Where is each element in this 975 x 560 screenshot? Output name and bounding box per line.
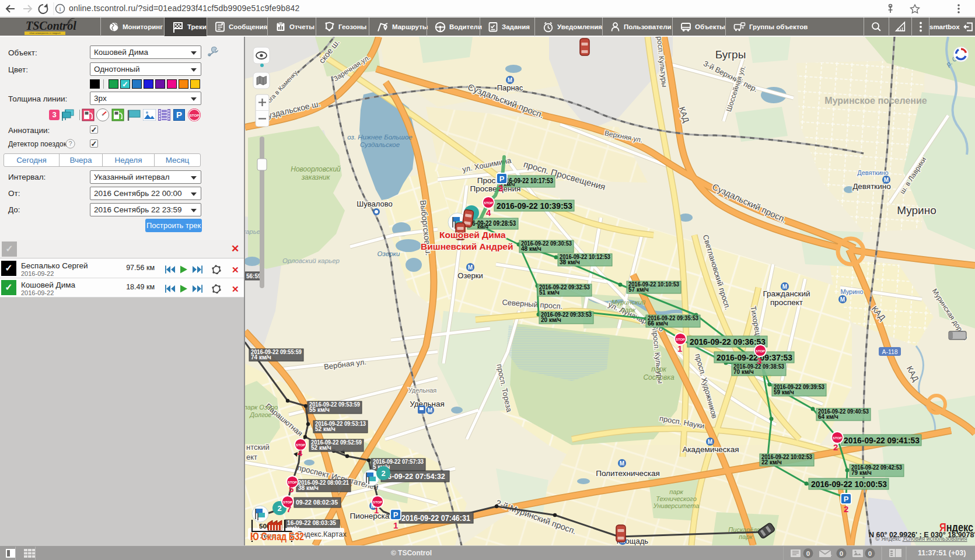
svg-text:парк: парк — [669, 488, 683, 495]
svg-text:© Яндекс Условия использования: © Яндекс Условия использования — [875, 536, 967, 542]
svg-text:5: 5 — [289, 484, 293, 494]
svg-text:66 км/ч: 66 км/ч — [648, 320, 668, 327]
svg-text:оз. Нижнее Большое: оз. Нижнее Большое — [347, 134, 412, 141]
svg-text:38 км/ч: 38 км/ч — [560, 259, 580, 265]
svg-text:0: 0 — [806, 550, 810, 557]
svg-text:М: М — [884, 177, 889, 183]
svg-text:2016-09-22 09:36:53: 2016-09-22 09:36:53 — [690, 337, 766, 346]
svg-text:09-22 08:02:35: 09-22 08:02:35 — [296, 499, 338, 506]
svg-text:Ю Склад Б32: Ю Склад Б32 — [250, 531, 304, 542]
svg-text:Технического: Технического — [656, 495, 697, 502]
svg-text:2: 2 — [844, 504, 848, 514]
svg-text:Новоорловский: Новоорловский — [291, 165, 341, 173]
svg-text:Сосновка: Сосновка — [643, 373, 675, 382]
svg-text:51 км/ч: 51 км/ч — [539, 289, 560, 296]
svg-text:парк: парк — [621, 306, 636, 313]
svg-text:парк: парк — [739, 533, 753, 540]
svg-text:парк Озеро: парк Озеро — [245, 404, 278, 411]
svg-text:км/ч: км/ч — [477, 224, 488, 230]
svg-text:2: 2 — [277, 504, 281, 513]
svg-text:М: М — [782, 284, 787, 290]
svg-text:Орловский карьер: Орловский карьер — [282, 257, 340, 264]
svg-text:52 км/ч: 52 км/ч — [315, 426, 336, 432]
svg-text:Кошовей Дима: Кошовей Дима — [439, 230, 506, 240]
svg-text:0: 0 — [840, 550, 843, 557]
svg-text:59 км/ч: 59 км/ч — [774, 389, 794, 396]
svg-text:3: 3 — [498, 183, 503, 193]
svg-text:Академическая: Академическая — [682, 445, 739, 454]
svg-text:?: ? — [68, 140, 72, 147]
svg-text:57 км/ч: 57 км/ч — [628, 286, 649, 293]
svg-text:74 км/ч: 74 км/ч — [251, 354, 271, 360]
svg-text:64 км/ч: 64 км/ч — [818, 414, 838, 420]
svg-text:STOP: STOP — [676, 338, 685, 341]
svg-text:79 км/ч: 79 км/ч — [851, 470, 872, 476]
svg-text:P: P — [393, 510, 399, 519]
svg-text:Суздальское: Суздальское — [360, 141, 400, 148]
svg-text:М: М — [840, 296, 845, 303]
svg-text:М: М — [620, 460, 624, 467]
svg-text:проспект: проспект — [770, 298, 803, 307]
svg-text:Озерки: Озерки — [378, 250, 400, 257]
svg-text:1: 1 — [393, 520, 398, 530]
svg-text:20 км/ч: 20 км/ч — [541, 317, 561, 323]
svg-text:2016-09-22 09:41:53: 2016-09-22 09:41:53 — [844, 436, 920, 445]
svg-text:А-118: А-118 — [882, 348, 897, 355]
svg-text:Озерки: Озерки — [457, 271, 483, 280]
svg-text:Шувалово: Шувалово — [357, 200, 392, 208]
svg-text:Вишневский Андрей: Вишневский Андрей — [421, 242, 513, 251]
svg-text:52 км/ч: 52 км/ч — [311, 444, 331, 451]
svg-text:4: 4 — [298, 448, 303, 458]
svg-text:STOP: STOP — [833, 436, 842, 440]
svg-text:Мурино: Мурино — [897, 204, 936, 216]
svg-text:М: М — [708, 439, 712, 445]
svg-text:1: 1 — [677, 344, 682, 354]
svg-text:Бугры: Бугры — [715, 48, 746, 61]
svg-text:М: М — [428, 407, 432, 414]
svg-text:P: P — [844, 495, 849, 503]
svg-text:2016-09-22 09:37:53: 2016-09-22 09:37:53 — [717, 353, 792, 362]
svg-text:ект: ект — [246, 453, 257, 461]
svg-text:0: 0 — [868, 550, 872, 557]
svg-text:STOP: STOP — [288, 481, 297, 484]
svg-text:1: 1 — [374, 505, 379, 515]
svg-text:4: 4 — [486, 208, 491, 218]
svg-text:STOP: STOP — [283, 501, 292, 504]
svg-text:нтский: нтский — [246, 443, 270, 452]
svg-text:55 км/ч: 55 км/ч — [309, 407, 330, 413]
svg-text:заказник: заказник — [301, 173, 331, 181]
svg-text:Долгое: Долгое — [249, 411, 271, 418]
svg-text:2016-09-22 10:00:53: 2016-09-22 10:00:53 — [811, 480, 887, 489]
svg-text:P: P — [499, 174, 505, 183]
svg-text:✕: ✕ — [232, 284, 239, 293]
svg-text:56:59: 56:59 — [246, 273, 261, 279]
svg-text:70 км/ч: 70 км/ч — [733, 369, 754, 375]
svg-text:Муринское поселение: Муринское поселение — [824, 96, 927, 106]
svg-text:16-09-22 09:28:53: 16-09-22 09:28:53 — [469, 219, 516, 228]
svg-text:2: 2 — [833, 442, 838, 452]
svg-text:48 км/ч: 48 км/ч — [521, 246, 541, 252]
svg-text:✕: ✕ — [232, 265, 239, 274]
svg-text:i: i — [59, 5, 61, 12]
svg-text:2016-09-22 10:39:53: 2016-09-22 10:39:53 — [497, 201, 572, 211]
svg-text:16-09-22 07:54:32: 16-09-22 07:54:32 — [383, 472, 445, 481]
svg-text:2016-09-22 07:46:31: 2016-09-22 07:46:31 — [401, 513, 470, 523]
svg-text:Гражданский: Гражданский — [763, 289, 810, 298]
svg-text:Удельная: Удельная — [408, 387, 437, 394]
svg-text:Мурино: Мурино — [840, 288, 863, 295]
svg-text:Яндекс: Яндекс — [939, 520, 973, 534]
svg-text:парк: парк — [651, 365, 667, 373]
svg-text:М: М — [468, 264, 473, 271]
svg-text:38 км/ч: 38 км/ч — [298, 485, 319, 491]
svg-text:7: 7 — [286, 504, 291, 514]
svg-text:STOP: STOP — [373, 501, 382, 504]
svg-text:Парнас: Парнас — [497, 83, 523, 92]
svg-text:22 км/ч: 22 км/ч — [761, 459, 782, 466]
svg-text:STOP: STOP — [190, 113, 200, 117]
svg-text:3: 3 — [757, 356, 761, 366]
svg-text:Университета: Университета — [653, 502, 700, 509]
svg-text:Девяткино: Девяткино — [857, 169, 888, 176]
svg-text:Политехническая: Политехническая — [596, 469, 660, 478]
svg-text:2: 2 — [381, 469, 385, 478]
svg-text:STOP: STOP — [296, 443, 305, 447]
